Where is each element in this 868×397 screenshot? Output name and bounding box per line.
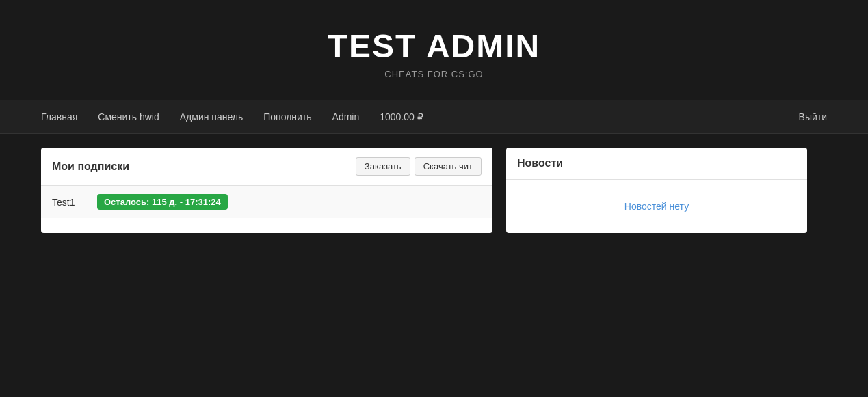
page-header: TEST ADMIN CHEATS FOR CS:GO — [0, 0, 868, 100]
main-content: Мои подписки Заказать Скачать чит Test1 … — [0, 134, 868, 247]
nav-home[interactable]: Главная — [41, 111, 77, 122]
navbar-left: Главная Сменить hwid Админ панель Пополн… — [41, 111, 799, 122]
news-header: Новости — [506, 148, 807, 180]
nav-admin[interactable]: Admin — [332, 111, 360, 122]
subscription-row: Test1 Осталось: 115 д. - 17:31:24 — [41, 186, 492, 218]
order-button[interactable]: Заказать — [356, 157, 410, 176]
nav-admin-panel[interactable]: Админ панель — [180, 111, 243, 122]
nav-change-hwid[interactable]: Сменить hwid — [98, 111, 159, 122]
nav-topup[interactable]: Пополнить — [263, 111, 311, 122]
news-title: Новости — [517, 157, 563, 169]
subscriptions-panel: Мои подписки Заказать Скачать чит Test1 … — [41, 148, 492, 233]
subscriptions-header: Мои подписки Заказать Скачать чит — [41, 148, 492, 186]
navbar-balance: 1000.00 ₽ — [380, 111, 423, 122]
navigation: Главная Сменить hwid Админ панель Пополн… — [0, 100, 868, 134]
news-panel: Новости Новостей нету — [506, 148, 807, 233]
site-title: TEST ADMIN — [0, 27, 868, 65]
logout-button[interactable]: Выйти — [799, 111, 827, 122]
download-button[interactable]: Скачать чит — [415, 157, 482, 176]
subscriptions-actions: Заказать Скачать чит — [356, 157, 482, 176]
subscription-name: Test1 — [52, 197, 86, 208]
subscription-status: Осталось: 115 д. - 17:31:24 — [97, 194, 228, 210]
site-subtitle: CHEATS FOR CS:GO — [0, 69, 868, 79]
subscriptions-title: Мои подписки — [52, 161, 129, 173]
news-empty-text: Новостей нету — [624, 201, 689, 212]
news-body: Новостей нету — [506, 180, 807, 233]
